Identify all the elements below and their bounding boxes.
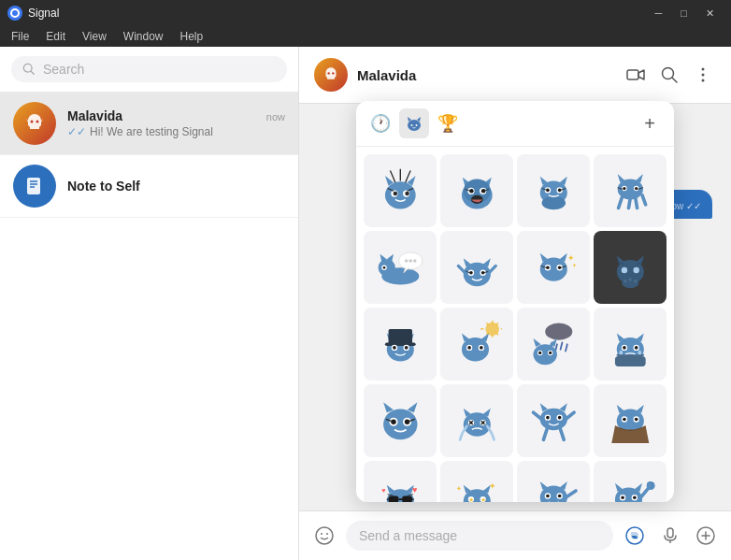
svg-point-192 xyxy=(558,494,562,497)
menu-edit[interactable]: Edit xyxy=(38,28,73,45)
close-button[interactable]: ✕ xyxy=(696,0,724,26)
sticker-cat-angry xyxy=(375,165,426,217)
sticker-cell-9[interactable] xyxy=(364,308,437,381)
maximize-button[interactable]: □ xyxy=(671,0,696,26)
search-chat-button[interactable] xyxy=(656,62,682,88)
sticker-cell-8[interactable] xyxy=(594,231,666,304)
sticker-cat-rain xyxy=(528,319,580,370)
svg-point-95 xyxy=(624,280,627,283)
sticker-cell-7[interactable]: ✦ ✦ xyxy=(517,231,590,304)
svg-point-21 xyxy=(408,120,421,131)
sticker-cell-19[interactable] xyxy=(517,461,590,502)
svg-point-149 xyxy=(539,408,566,430)
conv-preview-malavida: ✓✓ Hi! We are testing Signal xyxy=(67,125,285,138)
sticker-cell-1[interactable] xyxy=(364,154,437,227)
sticker-cell-16[interactable] xyxy=(594,384,666,457)
sticker-tab-recent[interactable]: 🕐 xyxy=(366,108,395,138)
emoji-button[interactable] xyxy=(310,522,338,550)
svg-point-70 xyxy=(413,259,417,263)
more-options-button[interactable] xyxy=(690,62,716,88)
cat-tab-icon xyxy=(404,113,424,134)
mic-icon xyxy=(660,525,681,546)
conv-info-note-to-self: Note to Self xyxy=(67,179,285,194)
svg-point-92 xyxy=(621,267,626,273)
message-input[interactable] xyxy=(346,521,613,551)
minimize-button[interactable]: ─ xyxy=(646,0,672,26)
svg-point-114 xyxy=(480,346,483,350)
menu-help[interactable]: Help xyxy=(173,28,211,45)
sticker-cat-dark xyxy=(605,242,656,294)
sticker-cell-11[interactable] xyxy=(517,308,590,381)
svg-point-96 xyxy=(628,278,632,281)
sticker-cell-6[interactable] xyxy=(440,231,513,304)
video-call-button[interactable] xyxy=(623,62,649,88)
sticker-cell-12[interactable] xyxy=(594,308,666,381)
menu-view[interactable]: View xyxy=(75,28,114,45)
sticker-cell-17[interactable]: ♥ ♥ xyxy=(364,461,437,502)
search-icon xyxy=(22,63,36,76)
chat-header: Malavida xyxy=(299,47,731,104)
sticker-cell-14[interactable] xyxy=(440,384,513,457)
svg-point-155 xyxy=(558,416,562,420)
svg-line-79 xyxy=(489,266,495,272)
message-status-icon: ✓✓ xyxy=(686,201,701,211)
avatar-malavida xyxy=(13,102,56,145)
svg-point-55 xyxy=(623,187,625,190)
menu-window[interactable]: Window xyxy=(116,28,171,45)
svg-point-12 xyxy=(332,72,334,74)
svg-point-108 xyxy=(462,337,489,361)
conv-name-note-to-self: Note to Self xyxy=(67,179,140,194)
sticker-cat-wave xyxy=(605,472,656,502)
menu-file[interactable]: File xyxy=(4,28,36,45)
svg-text:♥: ♥ xyxy=(412,485,417,495)
menu-bar: File Edit View Window Help xyxy=(0,26,731,47)
sidebar: Malavida now ✓✓ Hi! We are testing Signa… xyxy=(0,47,299,560)
svg-point-125 xyxy=(538,351,541,353)
svg-point-205 xyxy=(316,527,333,544)
svg-point-137 xyxy=(383,409,417,439)
sticker-cell-4[interactable] xyxy=(594,154,666,227)
conversation-item-malavida[interactable]: Malavida now ✓✓ Hi! We are testing Signa… xyxy=(0,93,298,155)
sticker-cell-15[interactable] xyxy=(517,384,590,457)
sticker-cell-5[interactable] xyxy=(364,231,437,304)
sticker-tab-add[interactable]: + xyxy=(635,108,665,138)
svg-point-11 xyxy=(327,72,329,74)
svg-point-207 xyxy=(326,533,328,535)
search-input-wrap xyxy=(11,56,287,82)
sticker-cell-3[interactable] xyxy=(517,154,590,227)
svg-point-106 xyxy=(405,346,408,350)
svg-line-158 xyxy=(543,429,547,439)
svg-point-31 xyxy=(393,191,397,195)
chat-area: Malavida xyxy=(299,47,731,560)
svg-rect-102 xyxy=(385,342,416,346)
sticker-cell-18[interactable]: ★ ★ ✦ ✦ xyxy=(440,461,513,502)
sticker-button[interactable] xyxy=(621,522,649,550)
sticker-cell-13[interactable] xyxy=(364,384,437,457)
svg-line-119 xyxy=(566,344,567,351)
svg-point-120 xyxy=(533,344,556,365)
svg-rect-13 xyxy=(627,70,638,79)
attach-button[interactable] xyxy=(692,522,720,550)
chat-header-avatar xyxy=(314,58,348,92)
svg-text:★: ★ xyxy=(468,495,474,502)
search-input[interactable] xyxy=(43,62,276,77)
svg-point-24 xyxy=(411,124,413,126)
conversation-item-note-to-self[interactable]: Note to Self xyxy=(0,155,298,218)
sticker-cat-stars: ★ ★ ✦ ✦ xyxy=(452,472,503,502)
sticker-cat-jump xyxy=(528,395,580,447)
conv-info-malavida: Malavida now ✓✓ Hi! We are testing Signa… xyxy=(67,108,285,138)
sticker-tab-trophy[interactable]: 🏆 xyxy=(433,108,463,138)
sticker-tab-cat[interactable] xyxy=(399,108,429,138)
svg-point-115 xyxy=(545,323,572,339)
main-content: Malavida now ✓✓ Hi! We are testing Signa… xyxy=(0,47,731,560)
svg-point-69 xyxy=(408,259,412,263)
mic-button[interactable] xyxy=(656,522,684,550)
sticker-cell-2[interactable] xyxy=(440,154,513,227)
sticker-cell-20[interactable] xyxy=(594,461,666,502)
svg-line-15 xyxy=(672,78,677,82)
svg-text:✦: ✦ xyxy=(572,262,577,268)
sticker-tabs: 🕐 🏆 + xyxy=(356,101,674,147)
svg-point-17 xyxy=(702,74,705,77)
sticker-cell-10[interactable] xyxy=(440,308,513,381)
svg-line-159 xyxy=(560,429,564,439)
